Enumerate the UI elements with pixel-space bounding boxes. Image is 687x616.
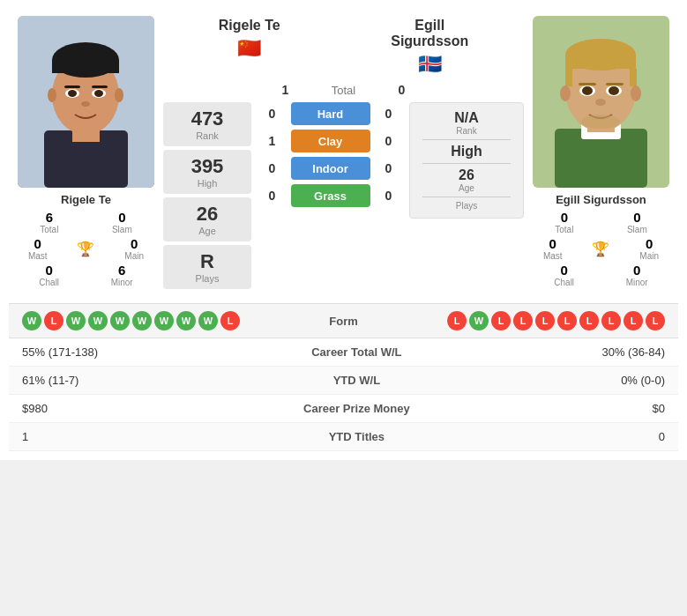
total-label: Total	[304, 84, 384, 97]
p2-age-lbl: Age	[459, 183, 474, 193]
p2-rank-val: N/A	[454, 110, 479, 126]
form-badge: W	[132, 311, 152, 330]
svg-point-27	[609, 86, 619, 95]
plays-label: Plays	[174, 273, 241, 284]
player1-slam-block: 0 Slam	[112, 210, 132, 234]
player2-stats: 0 Total 0 Slam 0 Mast 🏆	[528, 210, 674, 287]
high-value: 395	[174, 155, 241, 178]
player1-minor-val: 6	[118, 263, 125, 278]
svg-rect-5	[52, 60, 119, 73]
stat-center: YTD Titles	[220, 423, 494, 451]
player1-mast-block: 0 Mast	[28, 236, 48, 261]
svg-point-30	[595, 99, 606, 106]
player1-minor-lbl: Minor	[111, 278, 133, 287]
clay-p2: 0	[381, 134, 397, 148]
center-area: Rigele Te 🇨🇳 EgillSigurdsson 🇮🇸 1 Total …	[163, 9, 524, 294]
form-badge: W	[110, 311, 130, 330]
top-names: Rigele Te 🇨🇳 EgillSigurdsson 🇮🇸	[163, 13, 524, 83]
form-badge: L	[601, 311, 621, 330]
player2-mast-lbl: Mast	[543, 251, 563, 261]
svg-rect-22	[565, 69, 572, 86]
player1-chall-val: 0	[46, 263, 53, 278]
player2-slam-lbl: Slam	[627, 225, 647, 234]
form-badge: L	[491, 311, 511, 330]
form-badge: W	[198, 311, 218, 330]
table-row: 61% (11-7) YTD W/L 0% (0-0)	[9, 367, 678, 395]
svg-point-12	[81, 101, 90, 107]
svg-point-9	[94, 90, 103, 97]
form-badge: L	[44, 311, 63, 330]
p2-age-row: 26 Age	[459, 167, 474, 193]
clay-p1: 1	[265, 134, 280, 148]
total-score-row: 1 Total 0	[163, 83, 524, 97]
p2-plays-lbl: Plays	[456, 201, 477, 211]
player1-slam-lbl: Slam	[112, 225, 132, 234]
divider2	[422, 163, 512, 164]
svg-point-25	[582, 86, 593, 95]
svg-rect-11	[92, 85, 108, 88]
indoor-p1: 0	[265, 161, 280, 175]
form-badge: L	[447, 311, 467, 330]
stat-left: 61% (11-7)	[9, 367, 220, 395]
player2-trophy-row: 0 Mast 🏆 0 Main	[528, 236, 674, 261]
form-badge: L	[624, 311, 643, 330]
right-player-area: Egill Sigurdsson 0 Total 0 Slam 0 Mast	[524, 9, 678, 294]
player1-form-badges: WLWWWWWWWL	[22, 311, 240, 330]
player2-main-val: 0	[646, 236, 653, 251]
player2-mast-block: 0 Mast	[543, 236, 563, 261]
trophy-icon-right: 🏆	[592, 241, 609, 257]
stat-right: 0% (0-0)	[494, 367, 678, 395]
hard-row: 0 Hard 0	[258, 102, 402, 125]
rank-column: 473 Rank 395 High 26 Age R Plays	[163, 102, 251, 289]
form-badge: W	[154, 311, 174, 330]
svg-point-14	[115, 88, 123, 102]
surfaces-column: 0 Hard 0 1 Clay 0 0 Indoor 0	[258, 102, 402, 207]
stat-left: 1	[9, 423, 220, 451]
p2-plays-row: Plays	[456, 201, 477, 211]
surfaces-and-right: 473 Rank 395 High 26 Age R Plays	[163, 102, 524, 289]
player2-form-badges: LWLLLLLLLL	[447, 311, 665, 330]
player1-mast-val: 0	[34, 236, 41, 251]
player1-chall-block: 0 Chall	[39, 263, 59, 287]
table-row: 55% (171-138) Career Total W/L 30% (36-8…	[9, 338, 678, 367]
stat-center: Career Total W/L	[220, 338, 494, 367]
grass-p1: 0	[265, 189, 280, 203]
player1-total-val: 6	[46, 210, 53, 225]
player2-total-lbl: Total	[555, 225, 573, 234]
stat-right: $0	[494, 395, 678, 423]
player2-main-lbl: Main	[639, 251, 659, 261]
form-badge: W	[66, 311, 86, 330]
player2-slam-block: 0 Slam	[627, 210, 647, 234]
player2-mast-val: 0	[549, 236, 556, 251]
form-badge: W	[176, 311, 196, 330]
svg-rect-23	[630, 69, 637, 86]
table-row: $980 Career Prize Money $0	[9, 395, 678, 423]
high-label: High	[174, 178, 241, 189]
player1-total-lbl: Total	[40, 225, 58, 234]
trophy-icon-left: 🏆	[77, 241, 94, 257]
player1-minor-block: 6 Minor	[111, 263, 133, 287]
svg-point-32	[631, 85, 641, 101]
player1-main-val: 0	[131, 236, 138, 251]
rank-block: 473 Rank	[163, 102, 251, 146]
svg-point-33	[581, 115, 620, 129]
player1-total-slam-row: 6 Total 0 Slam	[13, 210, 159, 234]
player1-stats: 6 Total 0 Slam 0 Mast 🏆	[13, 210, 159, 287]
top-area: Rigele Te 6 Total 0 Slam 0 Mast	[9, 9, 678, 294]
player2-total-val: 0	[561, 210, 568, 225]
form-badge: L	[513, 311, 533, 330]
form-section: WLWWWWWWWL Form LWLLLLLLLL	[9, 303, 678, 338]
hard-badge: Hard	[291, 102, 370, 125]
player2-minor-block: 0 Minor	[626, 263, 648, 287]
svg-point-7	[68, 90, 77, 97]
player1-trophy-icon: 🏆	[77, 241, 94, 257]
p2-high-row: High	[451, 144, 482, 160]
grass-p2: 0	[381, 189, 397, 203]
player1-chall-lbl: Chall	[39, 278, 59, 287]
table-row: 1 YTD Titles 0	[9, 423, 678, 451]
form-badge: L	[220, 311, 240, 330]
player2-minor-val: 0	[633, 263, 640, 278]
player2-total-block: 0 Total	[555, 210, 573, 234]
plays-value: R	[174, 250, 241, 273]
stat-right: 30% (36-84)	[494, 338, 678, 367]
